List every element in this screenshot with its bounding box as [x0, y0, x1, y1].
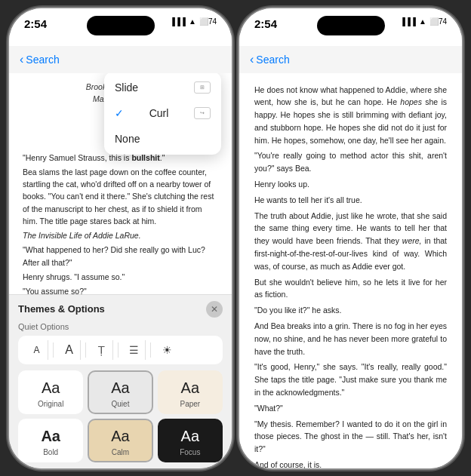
right-battery-icon: ⬜74 — [429, 17, 447, 26]
slide-option-slide[interactable]: Slide ⊞ — [104, 75, 221, 100]
layout-button[interactable]: ☰ — [123, 340, 146, 360]
left-para-4: "What happened to her? Did she really go… — [23, 244, 218, 269]
left-para-5: Henry shrugs. "I assume so." — [23, 271, 218, 283]
left-back-button[interactable]: ‹ Search — [20, 53, 60, 66]
right-back-button[interactable]: ‹ Search — [250, 53, 290, 66]
left-status-bar: 2:54 ▐▐▐ ▲ ⬜74 — [9, 8, 232, 46]
right-nav-bar: ‹ Search — [239, 46, 462, 73]
right-dynamic-island — [317, 16, 385, 35]
font-decrease-button[interactable]: A — [26, 340, 48, 360]
left-dynamic-island — [87, 16, 155, 35]
right-wifi-icon: ▲ — [419, 17, 426, 26]
right-signal-icon: ▐▐▐ — [400, 17, 416, 26]
right-para-8: And Bea breaks into a grin. There is no … — [254, 320, 447, 358]
right-phone: 2:54 ▐▐▐ ▲ ⬜74 ‹ Search He does not know… — [239, 8, 462, 468]
theme-paper-aa: Aa — [181, 379, 199, 397]
curl-icon: ↪ — [194, 107, 211, 119]
left-para-2: Bea slams the last page down on the coff… — [23, 166, 218, 227]
divider-3 — [118, 342, 119, 358]
left-time: 2:54 — [24, 17, 47, 30]
curl-label: Curl — [149, 107, 169, 119]
layout-icon: ☰ — [129, 344, 139, 356]
right-back-chevron: ‹ — [250, 53, 254, 66]
right-para-3: Henry looks up. — [254, 178, 447, 191]
left-para-6: "You assume so?" — [23, 285, 218, 293]
right-back-label: Search — [256, 54, 289, 66]
theme-paper[interactable]: Aa Paper — [158, 370, 223, 414]
right-time: 2:54 — [254, 17, 277, 30]
theme-original[interactable]: Aa Original — [18, 370, 83, 414]
font-style-button[interactable]: Ṭ — [91, 340, 113, 360]
font-large-a: A — [65, 343, 73, 357]
divider-4 — [150, 342, 151, 358]
slide-option-curl[interactable]: ✓ Curl ↪ — [104, 100, 221, 126]
right-para-7: "Do you like it?" he asks. — [254, 304, 447, 317]
slide-icon: ⊞ — [194, 81, 211, 94]
right-para-5: The truth about Addie, just like he wrot… — [254, 210, 447, 273]
slide-panel: Slide ⊞ ✓ Curl ↪ None — [104, 73, 221, 155]
slide-label: Slide — [115, 81, 138, 94]
right-para-6: But she wouldn't believe him, so he lets… — [254, 276, 447, 302]
brightness-button[interactable]: ☀ — [155, 340, 178, 360]
right-para-9: "It's good, Henry," she says. "It's real… — [254, 361, 447, 398]
phones-container: 2:54 ▐▐▐ ▲ ⬜74 ‹ Search Brooklyn, New Yo… — [0, 0, 471, 476]
left-para-3: The Invisible Life of Addie LaRue. — [23, 229, 218, 241]
wifi-icon: ▲ — [189, 17, 196, 26]
themes-header: Themes & Options ✕ — [18, 301, 223, 318]
close-icon: ✕ — [211, 304, 218, 315]
right-status-bar: 2:54 ▐▐▐ ▲ ⬜74 — [239, 8, 462, 46]
none-label: None — [115, 133, 140, 145]
theme-original-aa: Aa — [42, 379, 60, 397]
right-status-icons: ▐▐▐ ▲ ⬜74 — [400, 17, 447, 26]
left-back-label: Search — [26, 54, 59, 66]
left-nav-bar: ‹ Search — [9, 46, 232, 73]
theme-calm-name: Calm — [112, 448, 129, 456]
divider-1 — [53, 342, 54, 358]
theme-focus-name: Focus — [180, 448, 200, 456]
left-back-chevron: ‹ — [20, 53, 23, 66]
right-para-2: "You're really going to method actor thi… — [254, 149, 447, 175]
right-para-10: "What?" — [254, 402, 447, 415]
theme-quiet-name: Quiet — [112, 400, 130, 408]
divider-2 — [85, 342, 86, 358]
left-bottom-panel: Themes & Options ✕ Quiet Options A A Ṭ — [9, 294, 232, 468]
theme-focus[interactable]: Aa Focus — [158, 419, 223, 462]
theme-bold[interactable]: Aa Bold — [18, 419, 83, 462]
right-book-text: He does not know what happened to Addie,… — [239, 73, 462, 468]
quiet-options-label: Quiet Options — [18, 322, 223, 331]
font-style-icon: Ṭ — [98, 344, 105, 356]
right-book-content: He does not know what happened to Addie,… — [239, 73, 462, 468]
right-para-11: "My thesis. Remember? I wanted to do it … — [254, 418, 447, 456]
right-para-12: And of course, it is. — [254, 459, 447, 468]
theme-calm-aa: Aa — [111, 428, 129, 445]
left-status-icons: ▐▐▐ ▲ ⬜74 — [170, 17, 217, 26]
right-para-1: He does not know what happened to Addie,… — [254, 84, 447, 147]
theme-bold-aa: Aa — [41, 428, 60, 445]
theme-quiet-aa: Aa — [111, 379, 129, 397]
font-increase-button[interactable]: A — [58, 340, 81, 360]
slide-option-none[interactable]: None — [104, 126, 221, 152]
theme-bold-name: Bold — [43, 448, 58, 456]
battery-icon: ⬜74 — [199, 17, 217, 26]
theme-focus-aa: Aa — [181, 428, 199, 445]
theme-paper-name: Paper — [180, 400, 200, 408]
signal-icon: ▐▐▐ — [170, 17, 186, 26]
close-button[interactable]: ✕ — [206, 301, 223, 318]
font-small-a: A — [33, 345, 39, 355]
left-book-content: Brooklyn, New York March 13, 2015 II "He… — [9, 73, 232, 294]
theme-quiet[interactable]: Aa Quiet — [88, 370, 152, 414]
brightness-icon: ☀ — [162, 344, 172, 356]
theme-calm[interactable]: Aa Calm — [88, 419, 152, 462]
themes-title: Themes & Options — [18, 303, 105, 315]
theme-original-name: Original — [38, 400, 63, 408]
curl-check: ✓ — [115, 107, 124, 119]
font-controls-bar: A A Ṭ ☰ ☀ — [18, 336, 223, 364]
themes-grid: Aa Original Aa Quiet Aa Paper Aa Bold Aa — [18, 370, 223, 462]
right-para-4: He wants to tell her it's all true. — [254, 194, 447, 207]
left-phone: 2:54 ▐▐▐ ▲ ⬜74 ‹ Search Brooklyn, New Yo… — [9, 8, 232, 468]
